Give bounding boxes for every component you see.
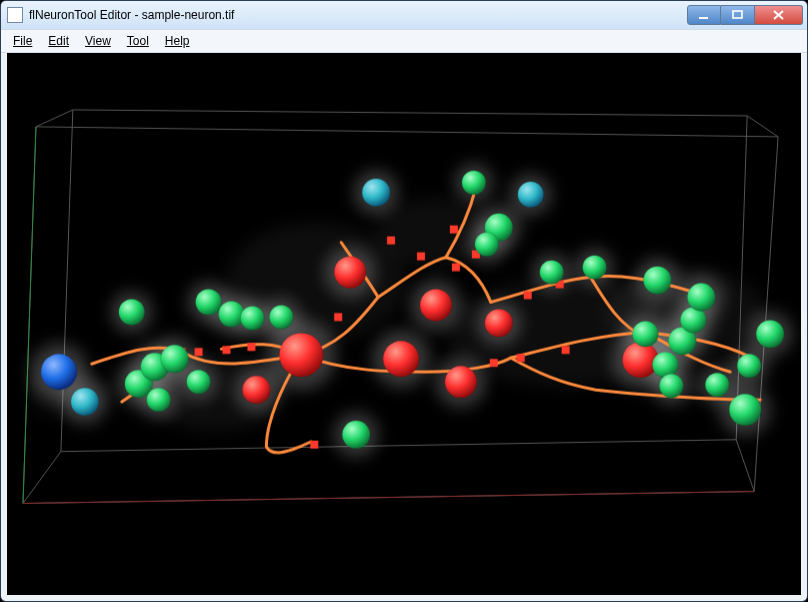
svg-point-85 bbox=[218, 301, 244, 327]
close-button[interactable] bbox=[755, 5, 803, 25]
svg-point-111 bbox=[705, 373, 729, 397]
svg-line-13 bbox=[747, 116, 778, 137]
svg-rect-75 bbox=[310, 441, 318, 449]
svg-rect-68 bbox=[452, 263, 460, 271]
svg-point-101 bbox=[540, 260, 564, 284]
svg-line-14 bbox=[736, 440, 754, 492]
svg-point-106 bbox=[652, 352, 678, 378]
svg-rect-59 bbox=[195, 348, 203, 356]
svg-point-88 bbox=[279, 333, 323, 377]
svg-rect-67 bbox=[450, 225, 458, 233]
svg-point-98 bbox=[475, 232, 499, 256]
svg-point-83 bbox=[187, 370, 211, 394]
svg-point-109 bbox=[687, 283, 715, 311]
3d-viewport[interactable] bbox=[7, 53, 801, 595]
svg-point-82 bbox=[147, 388, 171, 412]
svg-rect-74 bbox=[562, 346, 570, 354]
svg-rect-61 bbox=[247, 343, 255, 351]
close-icon bbox=[772, 9, 786, 21]
svg-point-76 bbox=[41, 354, 77, 390]
svg-point-113 bbox=[756, 320, 784, 348]
app-icon bbox=[7, 7, 23, 23]
svg-point-78 bbox=[119, 299, 145, 325]
svg-point-110 bbox=[659, 374, 683, 398]
window-title: flNeuronTool Editor - sample-neuron.tif bbox=[29, 8, 687, 22]
svg-point-105 bbox=[643, 266, 671, 294]
svg-point-100 bbox=[485, 309, 513, 337]
svg-point-81 bbox=[161, 345, 189, 373]
svg-point-99 bbox=[518, 182, 544, 208]
svg-point-90 bbox=[334, 256, 366, 288]
svg-point-114 bbox=[729, 394, 761, 426]
menu-file[interactable]: File bbox=[5, 32, 40, 50]
svg-rect-72 bbox=[490, 359, 498, 367]
menubar: File Edit View Tool Help bbox=[1, 29, 807, 53]
svg-rect-73 bbox=[517, 354, 525, 362]
svg-point-91 bbox=[342, 421, 370, 449]
svg-rect-0 bbox=[699, 17, 708, 19]
menu-help[interactable]: Help bbox=[157, 32, 198, 50]
titlebar[interactable]: flNeuronTool Editor - sample-neuron.tif bbox=[1, 1, 807, 29]
svg-rect-63 bbox=[334, 313, 342, 321]
menu-tool[interactable]: Tool bbox=[119, 32, 157, 50]
svg-point-87 bbox=[242, 376, 270, 404]
svg-point-104 bbox=[632, 321, 658, 347]
minimize-button[interactable] bbox=[687, 5, 721, 25]
svg-rect-65 bbox=[387, 236, 395, 244]
svg-point-95 bbox=[362, 179, 390, 207]
svg-point-92 bbox=[383, 341, 419, 377]
svg-point-77 bbox=[71, 388, 99, 416]
svg-point-94 bbox=[445, 366, 477, 398]
svg-rect-70 bbox=[524, 291, 532, 299]
scene-canvas bbox=[7, 53, 801, 595]
svg-line-17 bbox=[23, 491, 754, 503]
minimize-icon bbox=[698, 10, 710, 20]
menu-view[interactable]: View bbox=[77, 32, 119, 50]
svg-point-112 bbox=[737, 354, 761, 378]
svg-point-89 bbox=[269, 305, 293, 329]
svg-point-84 bbox=[196, 289, 222, 315]
svg-line-15 bbox=[23, 452, 61, 504]
maximize-icon bbox=[732, 10, 744, 20]
svg-point-96 bbox=[462, 171, 486, 195]
svg-line-12 bbox=[36, 110, 73, 127]
svg-point-93 bbox=[420, 289, 452, 321]
maximize-button[interactable] bbox=[721, 5, 755, 25]
window-controls bbox=[687, 5, 803, 25]
svg-line-16 bbox=[23, 127, 36, 504]
svg-rect-1 bbox=[733, 11, 742, 18]
svg-point-103 bbox=[622, 342, 658, 378]
svg-point-86 bbox=[240, 306, 264, 330]
menu-edit[interactable]: Edit bbox=[40, 32, 77, 50]
svg-rect-60 bbox=[222, 346, 230, 354]
svg-point-102 bbox=[583, 255, 607, 279]
app-window: flNeuronTool Editor - sample-neuron.tif … bbox=[0, 0, 808, 602]
svg-rect-66 bbox=[417, 252, 425, 260]
